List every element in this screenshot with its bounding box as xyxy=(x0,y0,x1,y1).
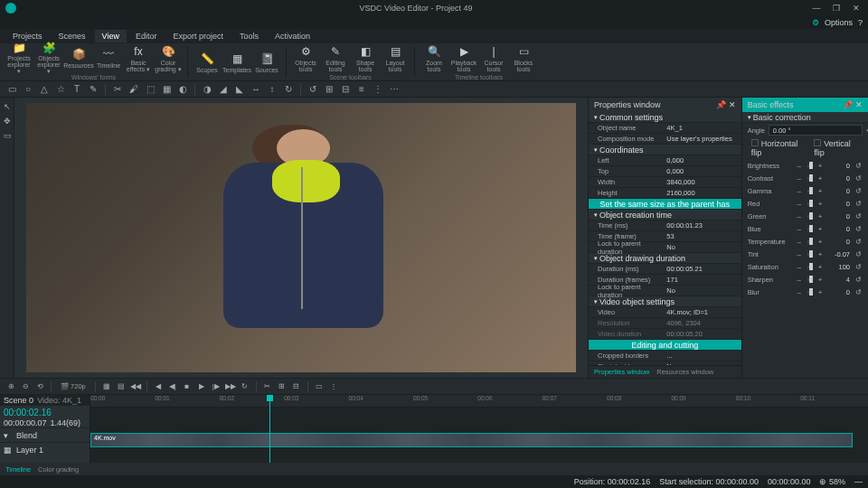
track-blend[interactable]: ▾ Blend xyxy=(0,427,90,442)
menu-scenes[interactable]: Scenes xyxy=(52,30,93,42)
zoom-btn-0[interactable]: ⊕ xyxy=(5,381,16,392)
prop-section[interactable]: Coordinates xyxy=(589,145,741,155)
reset-icon[interactable]: ↺ xyxy=(854,211,863,221)
slider[interactable] xyxy=(807,240,812,243)
tool-icon-14[interactable]: ↔ xyxy=(250,83,262,96)
slider[interactable] xyxy=(807,291,812,294)
properties-body[interactable]: Common settingsObject name4K_1Compositio… xyxy=(589,112,741,365)
options-link[interactable]: Options xyxy=(825,18,853,27)
prop-section[interactable]: Object drawing duration xyxy=(589,253,741,264)
dec-icon[interactable]: – xyxy=(795,211,804,221)
tab-color-grading[interactable]: Color grading xyxy=(38,465,79,474)
preview-pane[interactable] xyxy=(14,98,588,378)
ribbon-projects[interactable]: 📁Projectsexplorer ▾ xyxy=(5,43,33,72)
transport-btn-13[interactable]: ▭ xyxy=(314,381,325,392)
tool-icon-11[interactable]: ◑ xyxy=(201,83,213,96)
zoom-btn-2[interactable]: ⟲ xyxy=(34,381,45,392)
timeline-tracks[interactable]: 00:0000:0100:0200:0300:0400:0500:0600:07… xyxy=(90,395,868,463)
transport-btn-5[interactable]: ■ xyxy=(182,381,193,392)
prop-section[interactable]: Video object settings xyxy=(589,296,741,307)
transport-btn-14[interactable]: ⋮ xyxy=(328,381,339,392)
reset-icon[interactable]: ↺ xyxy=(854,237,863,246)
tool-icon-18[interactable]: ⊞ xyxy=(323,83,335,96)
tool-icon-22[interactable]: ⋯ xyxy=(388,83,401,96)
leftbar-icon-1[interactable]: ✥ xyxy=(2,116,13,127)
dec-icon[interactable]: – xyxy=(795,262,804,271)
menu-view[interactable]: View xyxy=(95,30,127,42)
slider[interactable] xyxy=(807,228,812,230)
angle-input[interactable] xyxy=(769,125,863,136)
ribbon-scopes[interactable]: 📏Scopes xyxy=(193,48,221,77)
scene-tab[interactable]: Scene 0 Video: 4K_1 xyxy=(0,395,90,406)
reset-icon[interactable]: ↺ xyxy=(854,186,863,195)
transport-btn-7[interactable]: |▶ xyxy=(211,381,222,392)
ribbon-sources[interactable]: 📓Sources xyxy=(253,48,280,77)
slider[interactable] xyxy=(807,177,812,180)
dec-icon[interactable]: – xyxy=(795,287,804,296)
prop-row[interactable]: Time (ms)00:00:01.23 xyxy=(589,221,741,231)
inc-icon[interactable]: + xyxy=(816,211,825,221)
tool-icon-17[interactable]: ↺ xyxy=(307,83,319,96)
transport-btn-3[interactable]: ◀ xyxy=(153,381,164,392)
inc-icon[interactable]: + xyxy=(816,275,825,284)
ribbon-playback[interactable]: ▶Playbacktools xyxy=(450,43,477,72)
leftbar-icon-0[interactable]: ↖ xyxy=(2,101,13,112)
tool-icon-1[interactable]: ○ xyxy=(22,83,34,96)
prop-row[interactable]: Cropped borders... xyxy=(589,351,741,361)
prop-row[interactable]: Video4K.mov; ID=1 xyxy=(589,307,741,318)
tool-icon-0[interactable]: ▭ xyxy=(5,83,18,96)
transport-btn-8[interactable]: ▶▶ xyxy=(225,381,236,392)
tool-icon-21[interactable]: ⋮ xyxy=(372,83,384,96)
reset-icon[interactable]: ↺ xyxy=(854,262,863,271)
transport-btn-4[interactable]: ◀| xyxy=(167,381,178,392)
horizontal-flip-checkbox[interactable]: Horizontal flip xyxy=(751,139,806,157)
slider[interactable] xyxy=(807,164,812,167)
panel-pin-icon[interactable]: 📌 ✕ xyxy=(843,100,863,109)
reset-icon[interactable]: ↺ xyxy=(854,174,863,183)
preview-resolution[interactable]: 🎬 720p xyxy=(57,382,90,390)
transport-btn-6[interactable]: ▶ xyxy=(196,381,207,392)
prop-row[interactable]: Composition modeUse layer's properties xyxy=(589,134,741,145)
tab-timeline[interactable]: Timeline xyxy=(5,465,31,474)
transport-btn-10[interactable]: ✂ xyxy=(262,381,273,392)
prop-action[interactable]: Set the same size as the parent has xyxy=(589,199,741,210)
ribbon-basic[interactable]: fxBasiceffects ▾ xyxy=(125,43,152,72)
inc-icon[interactable]: + xyxy=(816,237,825,246)
transport-btn-0[interactable]: ▦ xyxy=(101,381,112,392)
prop-row[interactable]: Top0,000 xyxy=(589,166,741,177)
prop-row[interactable]: Resolution4096, 2304 xyxy=(589,318,741,329)
slider[interactable] xyxy=(807,266,812,268)
ribbon-timeline[interactable]: 〰Timeline xyxy=(95,43,122,72)
reset-icon[interactable]: ↺ xyxy=(854,287,863,296)
ribbon-zoom[interactable]: 🔍Zoomtools xyxy=(420,43,448,72)
tool-icon-8[interactable]: ⬚ xyxy=(144,83,156,96)
menu-export-project[interactable]: Export project xyxy=(165,30,231,42)
tool-icon-12[interactable]: ◢ xyxy=(217,83,230,96)
tool-icon-16[interactable]: ↻ xyxy=(282,83,295,96)
tool-icon-6[interactable]: ✂ xyxy=(111,83,124,96)
reset-icon[interactable]: ↺ xyxy=(854,249,863,258)
minimize-button[interactable]: — xyxy=(810,3,823,14)
track-layer1[interactable]: ▦ Layer 1 xyxy=(0,442,90,456)
dec-icon[interactable]: – xyxy=(795,186,804,195)
transport-btn-12[interactable]: ⊟ xyxy=(291,381,302,392)
prop-row[interactable]: Width3840,000 xyxy=(589,177,741,188)
tool-icon-2[interactable]: △ xyxy=(38,83,51,96)
ribbon-blocks[interactable]: ▭Blockstools xyxy=(510,43,537,72)
prop-row[interactable]: Duration (ms)00:00:05.21 xyxy=(589,264,741,275)
tool-icon-19[interactable]: ⊟ xyxy=(339,83,352,96)
tool-icon-13[interactable]: ◣ xyxy=(233,83,246,96)
reset-icon[interactable]: ↺ xyxy=(854,275,863,284)
tool-icon-20[interactable]: ≡ xyxy=(355,83,368,96)
slider[interactable] xyxy=(807,190,812,192)
ribbon-layout[interactable]: ▤Layouttools xyxy=(382,43,409,72)
dec-icon[interactable]: – xyxy=(795,174,804,183)
reset-icon[interactable]: ↺ xyxy=(854,199,863,208)
tab-properties-window[interactable]: Properties window xyxy=(594,368,649,376)
close-button[interactable]: ✕ xyxy=(850,3,863,14)
prop-section[interactable]: Common settings xyxy=(589,112,741,123)
menu-editor[interactable]: Editor xyxy=(128,30,165,42)
dec-icon[interactable]: – xyxy=(795,275,804,284)
prop-row[interactable]: Lock to parent durationNo xyxy=(589,242,741,253)
dec-icon[interactable]: – xyxy=(795,199,804,208)
